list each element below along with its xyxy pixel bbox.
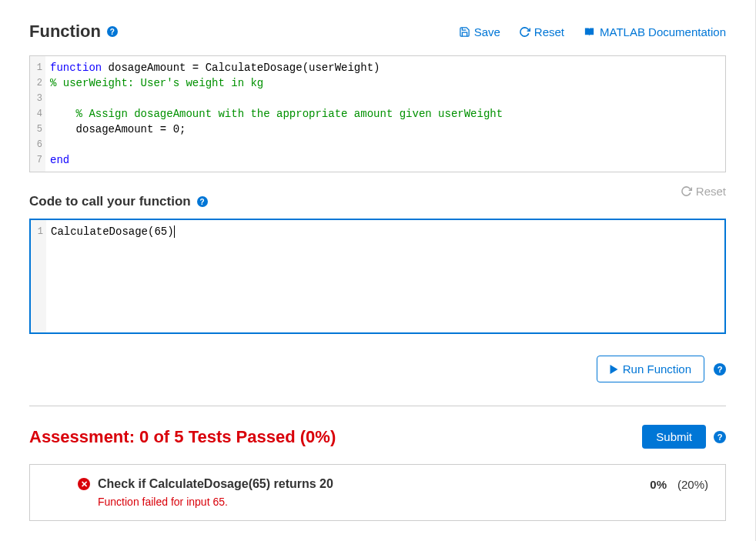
run-label: Run Function [623, 362, 691, 376]
play-icon [610, 365, 618, 374]
docs-button[interactable]: MATLAB Documentation [583, 25, 726, 38]
caller-title-group: Code to call your function ? [29, 194, 208, 209]
code-line[interactable] [50, 137, 721, 152]
code-line[interactable]: end [50, 152, 721, 168]
code-body[interactable]: function dosageAmount = CalculateDosage(… [45, 56, 725, 172]
caller-header: Code to call your function ? Reset [29, 172, 726, 209]
submit-group: Submit ? [642, 425, 726, 449]
help-icon[interactable]: ? [714, 363, 726, 376]
test-result: ✕ Check if CalculateDosage(65) returns 2… [29, 464, 726, 521]
assessment-title: Assessment: 0 of 5 Tests Passed (0%) [29, 427, 336, 447]
docs-label: MATLAB Documentation [600, 25, 726, 38]
caller-reset-label: Reset [696, 185, 726, 198]
function-header: Function ? Save Reset MATLAB Documentati… [29, 22, 726, 42]
save-label: Save [474, 25, 500, 38]
function-title-group: Function ? [29, 22, 118, 42]
code-line[interactable]: % userWeight: User's weight in kg [50, 75, 721, 91]
caller-editor[interactable]: 1 CalculateDosage(65) [29, 219, 726, 334]
divider [29, 406, 726, 406]
save-button[interactable]: Save [459, 25, 500, 38]
assessment-header: Assessment: 0 of 5 Tests Passed (0%) Sub… [29, 425, 726, 449]
book-icon [583, 26, 596, 38]
reset-label: Reset [534, 25, 564, 38]
reset-button[interactable]: Reset [519, 25, 564, 38]
test-left: ✕ Check if CalculateDosage(65) returns 2… [78, 477, 333, 491]
code-line[interactable]: dosageAmount = 0; [50, 122, 721, 137]
help-icon[interactable]: ? [107, 26, 118, 37]
submit-button[interactable]: Submit [642, 425, 706, 449]
test-scores: 0% (20%) [650, 478, 708, 491]
test-message: Function failed for input 65. [98, 496, 708, 508]
run-row: Run Function ? [29, 356, 726, 406]
reset-icon [681, 185, 692, 197]
gutter: 1 [31, 220, 46, 332]
fail-icon: ✕ [78, 478, 90, 490]
code-line[interactable]: function dosageAmount = CalculateDosage(… [50, 60, 721, 75]
test-name: Check if CalculateDosage(65) returns 20 [98, 477, 333, 491]
test-header: ✕ Check if CalculateDosage(65) returns 2… [78, 477, 708, 491]
code-line[interactable]: % Assign dosageAmount with the appropria… [50, 106, 721, 122]
caller-title: Code to call your function [29, 194, 191, 209]
code-line[interactable]: CalculateDosage(65) [51, 224, 720, 239]
help-icon[interactable]: ? [714, 431, 726, 443]
test-score: 0% [650, 478, 667, 491]
caller-reset-button[interactable]: Reset [681, 185, 726, 198]
function-title: Function [29, 22, 101, 42]
code-line[interactable] [50, 91, 721, 106]
function-editor[interactable]: 1234567 function dosageAmount = Calculat… [29, 55, 726, 172]
help-icon[interactable]: ? [197, 196, 208, 207]
gutter: 1234567 [30, 56, 45, 172]
test-weight: (20%) [677, 478, 708, 491]
save-icon [459, 26, 470, 38]
run-function-button[interactable]: Run Function [597, 356, 704, 382]
text-cursor [174, 225, 175, 238]
svg-marker-0 [610, 365, 617, 374]
reset-icon [519, 26, 530, 38]
main-content: Function ? Save Reset MATLAB Documentati… [0, 0, 756, 541]
code-body[interactable]: CalculateDosage(65) [46, 220, 724, 332]
function-toolbar: Save Reset MATLAB Documentation [459, 25, 726, 38]
